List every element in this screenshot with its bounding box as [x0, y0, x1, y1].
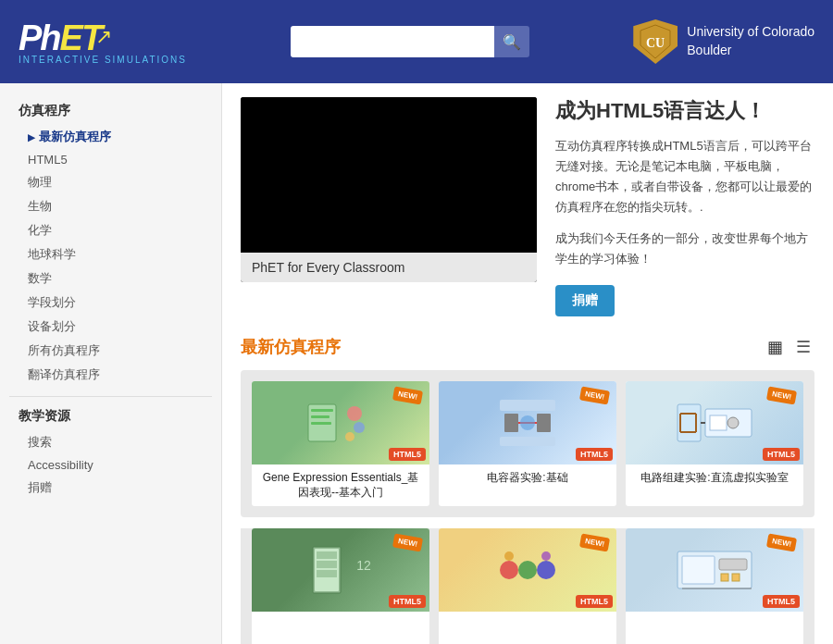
sidebar-item-physics[interactable]: 物理 — [0, 170, 221, 194]
sidebar-item-all-sims[interactable]: 所有仿真程序 — [0, 339, 221, 363]
sim-card-5[interactable]: NEW! HTML5 — [439, 528, 616, 644]
sim-card-label-4 — [252, 612, 429, 644]
sim-card-img-3: NEW! HT — [626, 381, 803, 464]
video-caption: PhET for Every Classroom — [241, 253, 537, 282]
sidebar-item-chemistry[interactable]: 化学 — [0, 218, 221, 242]
svg-text:CU: CU — [646, 36, 665, 50]
svg-rect-37 — [721, 574, 728, 581]
sidebar-divider — [9, 396, 212, 397]
search-input[interactable] — [291, 26, 494, 57]
sidebar-item-search[interactable]: 搜索 — [0, 430, 221, 454]
list-icon: ☰ — [796, 338, 811, 356]
sim-card-label-1: Gene Expression Essentials_基因表现--基本入门 — [252, 464, 429, 507]
sim-card-label-2: 电容器实验:基础 — [439, 464, 616, 500]
html5-badge-6: HTML5 — [763, 595, 800, 608]
sidebar-item-earth-science[interactable]: 地球科学 — [0, 242, 221, 266]
sidebar-item-biology[interactable]: 生物 — [0, 194, 221, 218]
view-toggle: ▦ ☰ — [764, 335, 814, 359]
sim-card-label-5 — [439, 612, 616, 644]
svg-point-29 — [500, 561, 518, 579]
sim-card-img-1: NEW! HTML5 — [252, 381, 429, 464]
sim-card-img-2: NEW! HTML5 — [439, 381, 616, 464]
sidebar-item-translate[interactable]: 翻译仿真程序 — [0, 363, 221, 387]
sidebar-section-sims: 仿真程序 ▶ 最新仿真程序 HTML5 物理 生物 化学 地球科学 数学 — [0, 97, 221, 387]
logo-arrow-icon: ↗ — [95, 25, 112, 49]
arrow-icon: ▶ — [28, 132, 35, 142]
svg-point-33 — [541, 551, 551, 561]
html5-badge-4: HTML5 — [389, 595, 426, 608]
ucb-shield-icon: CU — [633, 19, 678, 64]
svg-rect-27 — [317, 570, 337, 577]
sidebar-item-donate-side[interactable]: 捐赠 — [0, 476, 221, 500]
sidebar-section-teaching: 教学资源 搜索 Accessibility 捐赠 — [0, 402, 221, 500]
html5-badge-1: HTML5 — [389, 448, 426, 461]
logo-ph: Ph — [19, 19, 60, 57]
svg-point-11 — [520, 415, 535, 430]
logo-area: PhET ↗ INTERACTIVE SIMULATIONS — [19, 19, 187, 65]
sim-card-label-3: 电路组建实验:直流虚拟实验室 — [626, 464, 803, 500]
search-area: 🔍 — [291, 26, 529, 57]
main-layout: 仿真程序 ▶ 最新仿真程序 HTML5 物理 生物 化学 地球科学 数学 — [0, 83, 833, 644]
sidebar-item-grade[interactable]: 学段划分 — [0, 291, 221, 315]
list-view-button[interactable]: ☰ — [792, 335, 814, 359]
svg-rect-7 — [311, 422, 331, 425]
hero-text: 成为HTML5语言达人！ 互动仿真程序转换成HTML5语言后，可以跨平台无缝对接… — [555, 97, 814, 316]
svg-point-4 — [345, 432, 354, 441]
sim-card-img-5: NEW! HTML5 — [439, 528, 616, 612]
ucb-area: CU University of Colorado Boulder — [633, 19, 814, 64]
main-content: PhET for Every Classroom 成为HTML5语言达人！ 互动… — [222, 83, 833, 644]
svg-rect-5 — [311, 409, 333, 412]
video-player[interactable] — [241, 97, 537, 253]
svg-rect-13 — [500, 437, 555, 446]
sidebar-item-latest[interactable]: ▶ 最新仿真程序 — [0, 125, 221, 149]
sim-card-6[interactable]: NEW! HTML5 — [626, 528, 803, 644]
svg-point-31 — [537, 561, 555, 579]
svg-rect-36 — [719, 559, 747, 570]
sims-header: 最新仿真程序 ▦ ☰ — [241, 335, 814, 359]
sims-section-title: 最新仿真程序 — [241, 336, 341, 358]
hero-video[interactable]: PhET for Every Classroom — [241, 97, 537, 282]
svg-point-2 — [347, 406, 362, 421]
sidebar-item-accessibility[interactable]: Accessibility — [0, 454, 221, 476]
svg-rect-25 — [317, 551, 337, 559]
sidebar-item-device[interactable]: 设备划分 — [0, 315, 221, 339]
sim-card-circuit[interactable]: NEW! HT — [626, 381, 803, 507]
html5-badge-5: HTML5 — [576, 595, 613, 608]
hero-title: 成为HTML5语言达人！ — [555, 97, 814, 125]
svg-point-30 — [518, 561, 537, 579]
search-icon: 🔍 — [503, 33, 521, 51]
svg-point-17 — [727, 417, 739, 428]
donate-button[interactable]: 捐赠 — [555, 285, 615, 316]
svg-point-32 — [504, 551, 514, 561]
sim-card-img-6: NEW! HTML5 — [626, 528, 803, 612]
svg-rect-6 — [311, 415, 329, 418]
sims-grid-row2: NEW! 12 HTML5 — [241, 528, 814, 644]
svg-rect-9 — [537, 414, 551, 432]
sidebar-item-html5[interactable]: HTML5 — [0, 149, 221, 170]
svg-rect-35 — [682, 556, 715, 584]
header: PhET ↗ INTERACTIVE SIMULATIONS 🔍 CU Univ… — [0, 0, 833, 83]
grid-view-button[interactable]: ▦ — [764, 335, 787, 359]
sim-card-label-6 — [626, 612, 803, 644]
sidebar-section-title-sims[interactable]: 仿真程序 — [0, 97, 221, 125]
search-button[interactable]: 🔍 — [494, 26, 529, 57]
svg-rect-8 — [504, 414, 518, 432]
sidebar: 仿真程序 ▶ 最新仿真程序 HTML5 物理 生物 化学 地球科学 数学 — [0, 83, 222, 644]
sidebar-item-math[interactable]: 数学 — [0, 266, 221, 291]
svg-point-3 — [354, 422, 365, 433]
sim-card-gene-expression[interactable]: NEW! HTML5 Gene Expr — [252, 381, 429, 507]
sim-card-img-4: NEW! 12 HTML5 — [252, 528, 429, 612]
svg-rect-16 — [710, 415, 727, 430]
logo-subtitle: INTERACTIVE SIMULATIONS — [19, 55, 187, 65]
html5-badge-3: HTML5 — [763, 448, 800, 461]
sim-card-4[interactable]: NEW! 12 HTML5 — [252, 528, 429, 644]
ucb-text: University of Colorado Boulder — [687, 23, 814, 59]
phet-logo[interactable]: PhET ↗ INTERACTIVE SIMULATIONS — [19, 19, 187, 65]
svg-text:12: 12 — [356, 558, 371, 573]
sidebar-section-title-teaching[interactable]: 教学资源 — [0, 402, 221, 430]
hero-section: PhET for Every Classroom 成为HTML5语言达人！ 互动… — [241, 97, 814, 316]
hero-desc2: 成为我们今天任务的一部分，改变世界每个地方学生的学习体验！ — [555, 229, 814, 269]
sim-card-capacitor[interactable]: NEW! HTML5 电容器实验:基础 — [439, 381, 616, 507]
sims-grid-row1: NEW! HTML5 Gene Expr — [241, 370, 814, 518]
hero-desc1: 互动仿真程序转换成HTML5语言后，可以跨平台无缝对接。无论是笔记本电脑，平板电… — [555, 136, 814, 217]
